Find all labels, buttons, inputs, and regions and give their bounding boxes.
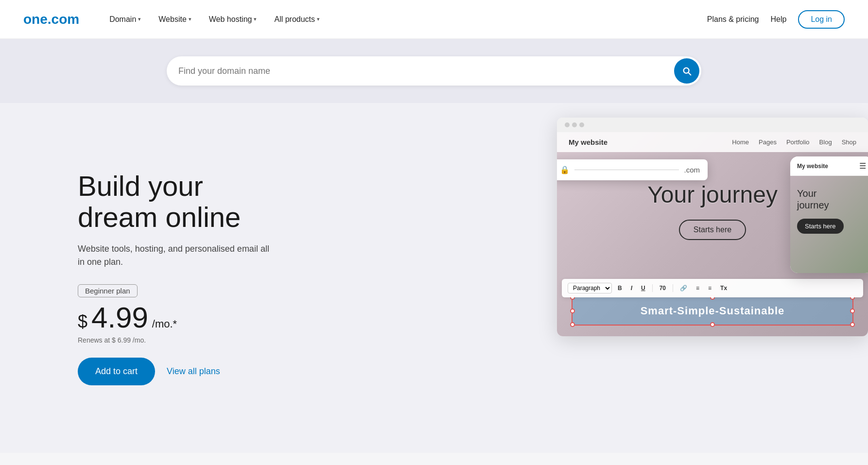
url-line	[574, 170, 679, 170]
price-period: /mo.*	[152, 318, 177, 330]
browser-dot-2	[572, 122, 577, 127]
logo[interactable]: one.com	[23, 12, 79, 27]
mobile-logo: My website	[797, 163, 828, 170]
handle-ml[interactable]	[570, 309, 575, 313]
nav-right: Plans & pricing Help Log in	[707, 10, 845, 29]
mobile-content: Your journey Starts here	[790, 176, 868, 273]
logo-part2: com	[52, 12, 80, 27]
website-logo: My website	[569, 138, 608, 146]
handle-bl[interactable]	[570, 322, 575, 327]
nav-links: Domain ▾ Website ▾ Web hosting ▾ All pro…	[103, 11, 707, 28]
lock-icon: 🔒	[560, 165, 570, 174]
editor-toolbar: Paragraph B I U 70 🔗 ≡ ≡ Tx	[562, 279, 863, 297]
browser-bar	[557, 118, 868, 132]
website-nav-pages: Pages	[759, 138, 777, 146]
chevron-down-icon: ▾	[189, 16, 191, 22]
mobile-starts-here-button[interactable]: Starts here	[797, 219, 844, 234]
search-bar	[167, 56, 701, 86]
url-com: .com	[684, 166, 700, 174]
price-amount: 4.99	[91, 303, 148, 332]
link-button[interactable]: 🔗	[677, 284, 690, 293]
starts-here-button[interactable]: Starts here	[679, 220, 746, 240]
price-renew: Renews at $ 6.99 /mo.	[78, 336, 330, 344]
search-icon	[681, 66, 692, 76]
browser-dots	[565, 122, 584, 127]
help-link[interactable]: Help	[771, 15, 787, 24]
price-row: $ 4.99 /mo.*	[78, 303, 330, 332]
mobile-header: My website ☰	[790, 156, 868, 176]
align-button[interactable]: ≡	[693, 284, 702, 293]
view-all-plans-link[interactable]: View all plans	[167, 366, 220, 377]
handle-bm[interactable]	[710, 322, 715, 327]
website-nav-links: Home Pages Portfolio Blog Shop	[732, 138, 856, 146]
price-dollar: $	[78, 311, 87, 332]
nav-item-allproducts[interactable]: All products ▾	[267, 11, 327, 28]
navbar: one.com Domain ▾ Website ▾ Web hosting ▾…	[0, 0, 868, 39]
format-button[interactable]: Tx	[717, 284, 730, 293]
toolbar-divider	[652, 284, 653, 292]
nav-item-website[interactable]: Website ▾	[152, 11, 198, 28]
plan-badge: Beginner plan	[78, 284, 138, 297]
toolbar-divider-2	[673, 284, 673, 292]
website-nav-home: Home	[732, 138, 749, 146]
handle-br[interactable]	[850, 322, 855, 327]
nav-item-domain[interactable]: Domain ▾	[103, 11, 148, 28]
underline-button[interactable]: U	[638, 284, 648, 293]
website-nav-portfolio: Portfolio	[786, 138, 810, 146]
search-button[interactable]	[674, 58, 699, 84]
logo-dot: .	[48, 12, 52, 27]
font-size[interactable]: 70	[657, 284, 669, 293]
hero-text: Build your dream online Website tools, h…	[78, 171, 330, 385]
mobile-journey-title: Your journey	[797, 188, 866, 211]
handle-mr[interactable]	[850, 309, 855, 313]
italic-button[interactable]: I	[628, 284, 635, 293]
search-section	[0, 39, 868, 103]
chevron-down-icon: ▾	[317, 16, 320, 22]
hero-ctas: Add to cart View all plans	[78, 358, 330, 385]
website-nav-blog: Blog	[819, 138, 832, 146]
search-input[interactable]	[178, 66, 674, 76]
website-nav-shop: Shop	[842, 138, 856, 146]
editable-text-box[interactable]: Smart-Simple-Sustainable	[572, 296, 853, 326]
add-to-cart-button[interactable]: Add to cart	[78, 358, 155, 385]
list-button[interactable]: ≡	[705, 284, 714, 293]
nav-item-webhosting[interactable]: Web hosting ▾	[202, 11, 264, 28]
hamburger-icon: ☰	[859, 161, 866, 171]
plans-pricing-link[interactable]: Plans & pricing	[707, 15, 759, 24]
hero-title: Build your dream online	[78, 171, 330, 233]
browser-dot-1	[565, 122, 570, 127]
website-nav: My website Home Pages Portfolio Blog Sho…	[557, 132, 868, 152]
journey-title: Your journey	[647, 181, 778, 208]
hero-subtitle: Website tools, hosting, and personalised…	[78, 242, 272, 269]
chevron-down-icon: ▾	[138, 16, 141, 22]
hero-section: Build your dream online Website tools, h…	[0, 103, 868, 453]
mobile-mockup: My website ☰ Your journey Starts here	[790, 156, 868, 273]
bold-button[interactable]: B	[615, 284, 625, 293]
editable-text: Smart-Simple-Sustainable	[641, 305, 785, 317]
url-bar-overlay: 🔒 .com	[557, 159, 708, 180]
chevron-down-icon: ▾	[254, 16, 257, 22]
browser-dot-3	[579, 122, 584, 127]
login-button[interactable]: Log in	[798, 10, 845, 29]
logo-part1: one	[23, 12, 48, 27]
paragraph-select[interactable]: Paragraph	[568, 283, 612, 293]
browser-mockup: My website Home Pages Portfolio Blog Sho…	[557, 118, 868, 336]
